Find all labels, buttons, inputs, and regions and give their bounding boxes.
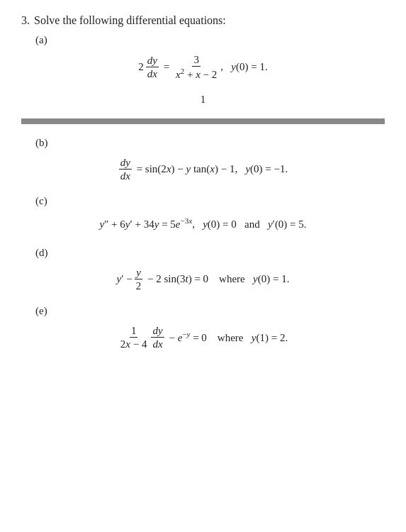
- part-b: (b) dy dx = sin(2x) − y tan(x) − 1, y(0)…: [21, 137, 385, 182]
- part-d-label: (d): [35, 247, 385, 259]
- question-header: 3. Solve the following differential equa…: [21, 14, 385, 27]
- part-e-equation: 1 2x − 4 dy dx − e−y = 0 where y(1) = 2.: [21, 324, 385, 350]
- page-number: 1: [21, 94, 385, 106]
- section-divider: [21, 118, 385, 124]
- part-d: (d) y′ − y 2 − 2 sin(3t) = 0 where y(0) …: [21, 247, 385, 292]
- part-e-label: (e): [35, 305, 385, 317]
- part-b-equation: dy dx = sin(2x) − y tan(x) − 1, y(0) = −…: [21, 156, 385, 182]
- part-c-equation: y″ + 6y′ + 34y = 5e−3x, y(0) = 0 and y′(…: [21, 214, 385, 234]
- part-a: (a) 2 dy dx = 3 x2 + x − 2 , y(0) = 1.: [21, 34, 385, 81]
- part-d-equation: y′ − y 2 − 2 sin(3t) = 0 where y(0) = 1.: [21, 266, 385, 292]
- part-c: (c) y″ + 6y′ + 34y = 5e−3x, y(0) = 0 and…: [21, 195, 385, 234]
- question-number: 3.: [21, 14, 30, 27]
- question-instruction: Solve the following differential equatio…: [34, 14, 226, 27]
- parts-section: (b) dy dx = sin(2x) − y tan(x) − 1, y(0)…: [21, 137, 385, 350]
- part-a-label: (a): [35, 34, 385, 46]
- part-a-equation: 2 dy dx = 3 x2 + x − 2 , y(0) = 1.: [21, 53, 385, 81]
- part-e: (e) 1 2x − 4 dy dx − e−y = 0 where y(1) …: [21, 305, 385, 350]
- part-c-label: (c): [35, 195, 385, 207]
- part-b-label: (b): [35, 137, 385, 149]
